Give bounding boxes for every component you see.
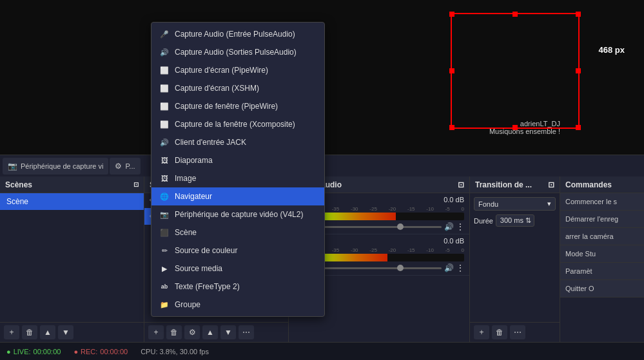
film-icon: ▶	[159, 263, 170, 274]
audio-slider-thumb-1[interactable]	[397, 223, 404, 230]
selection-box[interactable]	[451, 13, 580, 129]
menu-item-diaporama[interactable]: 🖼 Diaporama	[151, 151, 324, 169]
menu-item-capture-audio-pulse-input[interactable]: 🎤 Capture Audio (Entrée PulseAudio)	[151, 25, 324, 43]
handle-bl[interactable]	[449, 125, 454, 130]
menu-item-capture-video-v4l2[interactable]: 📷 Périphérique de capture vidéo (V4L2)	[151, 205, 324, 223]
commands-header: Commandes	[560, 176, 644, 193]
monitor-icon-1: ⬜	[159, 65, 170, 75]
paint-icon: ✏	[159, 245, 170, 256]
group-icon: 📁	[159, 299, 170, 310]
menu-label-groupe: Groupe	[175, 300, 200, 309]
cmd-start-record[interactable]: Démarrer l'enreg	[560, 211, 644, 228]
transition-header: Transition de ... ⊡	[470, 176, 560, 193]
panel-sources: So... 👁 🔒 🌐 Navigateur 👁 🔒 📷 Source medi…	[144, 176, 289, 342]
context-menu: 🎤 Capture Audio (Entrée PulseAudio) 🔊 Ca…	[151, 22, 325, 317]
transition-type-select[interactable]: Fondu ▾	[474, 197, 556, 211]
camera-icon-menu: 📷	[159, 209, 170, 220]
audio-mute-icon-2[interactable]: 🔊	[444, 263, 454, 272]
cmd-settings[interactable]: Paramèt	[560, 263, 644, 280]
menu-label-client-jack: Client d'entrée JACK	[175, 138, 246, 147]
scenes-up-button[interactable]: ▲	[40, 325, 55, 339]
menu-item-image[interactable]: 🖼 Image	[151, 169, 324, 187]
panel-commands: Commandes Commencer le s Démarrer l'enre…	[560, 176, 644, 342]
cmd-quit[interactable]: Quitter O	[560, 280, 644, 298]
handle-tm[interactable]	[512, 12, 518, 17]
menu-item-source-media[interactable]: ▶ Source media	[151, 260, 324, 278]
menu-item-client-jack[interactable]: 🔊 Client d'entrée JACK	[151, 133, 324, 151]
menu-item-navigateur[interactable]: 🌐 Navigateur	[151, 187, 324, 205]
duration-value: 300 ms	[500, 216, 523, 224]
menu-item-capture-ecran-pipewire[interactable]: ⬜ Capture d'écran (PipeWire)	[151, 61, 324, 79]
text-icon: ab	[159, 281, 170, 292]
audio-channel-1-db: 0.0 dB	[444, 196, 464, 204]
audio-collapse-icon[interactable]: ⊡	[458, 180, 464, 189]
sources-footer: + 🗑 ⚙ ▲ ▼ ⋯	[144, 322, 288, 342]
menu-item-source-couleur[interactable]: ✏ Source de couleur	[151, 242, 324, 260]
scenes-header-icon[interactable]: ⊡	[133, 181, 139, 188]
duration-control: Durée 300 ms ⇅	[474, 214, 556, 227]
menu-item-texte-freetype[interactable]: ab Texte (FreeType 2)	[151, 278, 324, 296]
menu-item-capture-ecran-xshm[interactable]: ⬜ Capture d'écran (XSHM)	[151, 79, 324, 97]
sources-up-button[interactable]: ▲	[202, 325, 218, 339]
audio-more-icon-1[interactable]: ⋮	[456, 222, 464, 231]
duration-arrows[interactable]: ⇅	[525, 216, 531, 224]
sources-extra-button[interactable]: ⋯	[239, 325, 254, 339]
status-live: ● LIVE: 00:00:00	[6, 348, 61, 355]
scenes-title: Scènes	[5, 180, 32, 189]
source-tab-1[interactable]: 📷 Périphérique de capture vi	[3, 158, 108, 175]
scenes-footer: + 🗑 ▲ ▼	[0, 322, 144, 342]
transition-more-button[interactable]: ⋯	[510, 325, 525, 339]
menu-item-capture-fenetre-pipewire[interactable]: ⬜ Capture de fenêtre (PipeWire)	[151, 97, 324, 115]
menu-label-capture-fenetre-pipewire: Capture de fenêtre (PipeWire)	[175, 102, 278, 111]
cmd-start-camera[interactable]: arrer la caméra	[560, 228, 644, 245]
cmd-start-stream[interactable]: Commencer le s	[560, 193, 644, 211]
handle-tl[interactable]	[449, 12, 454, 17]
live-time: 00:00:00	[34, 348, 61, 355]
transition-add-button[interactable]: +	[474, 325, 489, 339]
transition-footer: + 🗑 ⋯	[470, 322, 560, 342]
speaker-icon-1: 🔊	[159, 47, 170, 57]
scene-icon: ⬛	[159, 227, 170, 238]
watermark-line1: adrienLT_DJ	[489, 120, 560, 128]
globe-icon: 🌐	[159, 191, 170, 202]
menu-label-image: Image	[175, 174, 196, 183]
handle-tr[interactable]	[576, 12, 581, 17]
menu-item-groupe[interactable]: 📁 Groupe	[151, 296, 324, 314]
menu-item-capture-fenetre-xcomposite[interactable]: ⬜ Capture de la fenêtre (Xcomposite)	[151, 115, 324, 133]
watermark-line2: Musiquons ensemble !	[489, 128, 560, 135]
rec-time: 00:00:00	[100, 348, 128, 355]
camera-icon: 📷	[8, 162, 17, 171]
scene-item[interactable]: Scène	[0, 193, 144, 210]
transition-collapse-icon[interactable]: ⊡	[548, 180, 554, 189]
menu-label-diaporama: Diaporama	[175, 156, 213, 165]
sources-settings-button[interactable]: ⚙	[184, 325, 200, 339]
audio-channel-2-db: 0.0 dB	[444, 237, 464, 245]
chevron-down-icon: ▾	[547, 200, 551, 208]
audio-mute-icon-1[interactable]: 🔊	[444, 222, 454, 231]
menu-item-capture-audio-pulse-output[interactable]: 🔊 Capture Audio (Sorties PulseAudio)	[151, 43, 324, 61]
panel-transition: Transition de ... ⊡ Fondu ▾ Durée 300 ms…	[470, 176, 560, 342]
transition-delete-button[interactable]: 🗑	[492, 325, 507, 339]
audio-slider-thumb-2[interactable]	[397, 265, 404, 271]
menu-label-capture-audio-pulse-input: Capture Audio (Entrée PulseAudio)	[175, 30, 295, 39]
rec-dot-icon: ●	[73, 348, 78, 355]
menu-item-scene[interactable]: ⬛ Scène	[151, 223, 324, 242]
source-tab-2[interactable]: ⚙ P...	[110, 158, 140, 175]
scenes-add-button[interactable]: +	[4, 325, 19, 339]
panel-scenes: Scènes ⊡ Scène + 🗑 ▲ ▼	[0, 176, 144, 342]
audio-more-icon-2[interactable]: ⋮	[456, 263, 464, 272]
cmd-studio-mode[interactable]: Mode Stu	[560, 245, 644, 263]
handle-ml[interactable]	[449, 68, 454, 73]
handle-br[interactable]	[576, 125, 581, 130]
sources-delete-button[interactable]: 🗑	[166, 325, 182, 339]
scenes-delete-button[interactable]: 🗑	[22, 325, 37, 339]
menu-label-source-couleur: Source de couleur	[175, 246, 237, 255]
sources-add-button[interactable]: +	[148, 325, 164, 339]
handle-mr[interactable]	[576, 68, 581, 73]
window-icon-2: ⬜	[159, 119, 170, 129]
speaker-icon-2: 🔊	[159, 137, 170, 147]
sources-down-button[interactable]: ▼	[220, 325, 236, 339]
scenes-down-button[interactable]: ▼	[58, 325, 73, 339]
window-icon-1: ⬜	[159, 101, 170, 111]
duration-input[interactable]: 300 ms ⇅	[496, 214, 534, 227]
